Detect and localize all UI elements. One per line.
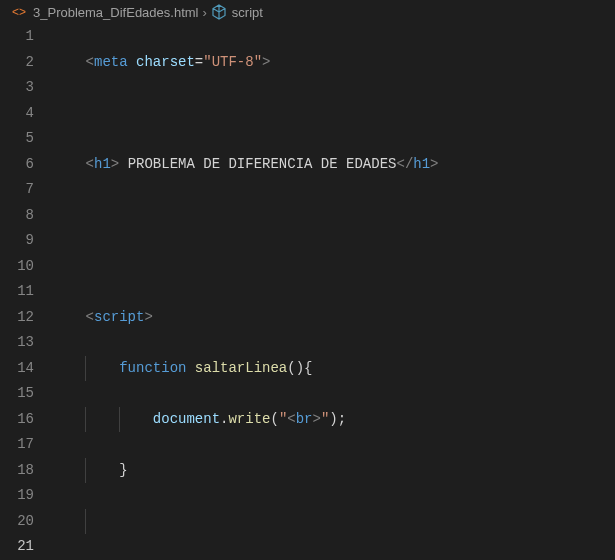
breadcrumb-file[interactable]: 3_Problema_DifEdades.html [33, 5, 198, 20]
breadcrumb-symbol[interactable]: script [232, 5, 263, 20]
code-editor[interactable]: 123456789101112131415161718192021 <meta … [0, 24, 615, 560]
chevron-right-icon: › [202, 5, 206, 20]
symbol-method-icon [211, 4, 227, 20]
svg-text:<>: <> [12, 5, 26, 19]
line-number-gutter: 123456789101112131415161718192021 [0, 24, 52, 560]
code-content[interactable]: <meta charset="UTF-8"> <h1> PROBLEMA DE … [52, 24, 615, 560]
breadcrumb[interactable]: <> 3_Problema_DifEdades.html › script [0, 0, 615, 24]
html-file-icon: <> [12, 4, 28, 20]
